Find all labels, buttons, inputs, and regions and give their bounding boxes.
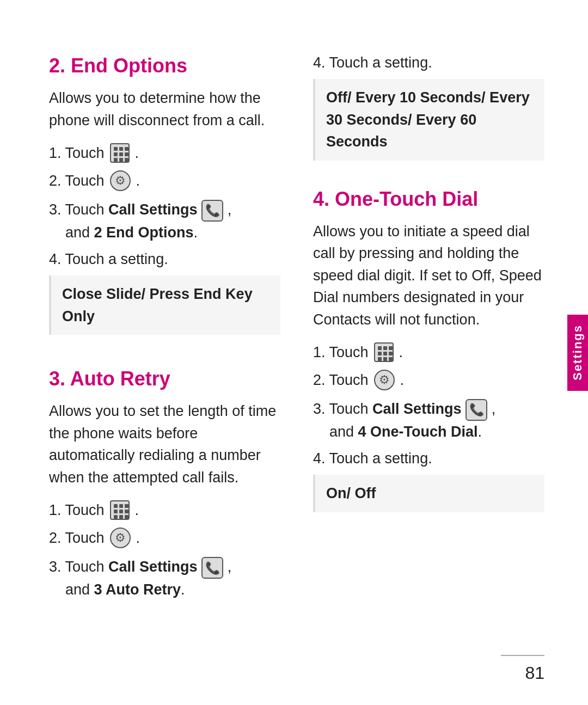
section-3-heading: 3. Auto Retry — [49, 367, 280, 390]
gear-icon-1: ⚙ — [110, 170, 131, 191]
section-end-options: 2. End Options Allows you to determine h… — [49, 54, 280, 346]
apps-icon-2 — [110, 500, 130, 520]
section-auto-retry: 3. Auto Retry Allows you to set the leng… — [49, 367, 280, 608]
page-number: 81 — [525, 663, 544, 683]
section-4-heading: 4. One-Touch Dial — [313, 188, 544, 211]
left-column: 2. End Options Allows you to determine h… — [49, 54, 280, 661]
right-column: 4. Touch a setting. Off/ Every 10 Second… — [313, 54, 544, 661]
gear-icon-3: ⚙ — [374, 370, 395, 390]
step-4-text: 4. Touch a setting. — [313, 54, 432, 71]
gear-icon-2: ⚙ — [110, 528, 131, 548]
settings-sidebar-tab: Settings — [567, 315, 588, 391]
phone-icon-3: 📞 — [465, 399, 487, 421]
section-2-step-4: 4. Touch a setting. — [49, 251, 280, 268]
section-2-desc: Allows you to determine how the phone wi… — [49, 87, 280, 131]
section-2-settings-box: Close Slide/ Press End Key Only — [49, 275, 280, 335]
sidebar-label: Settings — [571, 324, 585, 381]
section-4-step-1: 1. Touch . — [313, 342, 544, 362]
section-3-continued: 4. Touch a setting. Off/ Every 10 Second… — [313, 54, 544, 171]
page-divider — [501, 655, 544, 656]
section-4-step-2: 2. Touch ⚙ . — [313, 370, 544, 390]
section-one-touch-dial: 4. One-Touch Dial Allows you to initiate… — [313, 188, 544, 523]
step-1-prefix: 1. Touch — [49, 145, 105, 162]
section-2-step-3: 3. Touch Call Settings 📞 , and 2 End Opt… — [49, 199, 280, 243]
phone-icon-2: 📞 — [201, 557, 223, 579]
section-4-desc: Allows you to initiate a speed dial call… — [313, 220, 544, 331]
apps-icon-3 — [374, 342, 394, 362]
section-3-step-2: 2. Touch ⚙ . — [49, 528, 280, 548]
phone-icon-1: 📞 — [201, 200, 223, 222]
section-3-step-4: 4. Touch a setting. — [313, 54, 544, 71]
section-4-settings-box: On/ Off — [313, 475, 544, 512]
section-3-desc: Allows you to set the length of time the… — [49, 400, 280, 488]
section-4-step-4: 4. Touch a setting. — [313, 450, 544, 467]
section-3-settings-box: Off/ Every 10 Seconds/ Every 30 Seconds/… — [313, 79, 544, 161]
section-2-step-1: 1. Touch . — [49, 143, 280, 163]
section-3-step-1: 1. Touch . — [49, 500, 280, 520]
step-2-prefix: 2. Touch — [49, 173, 105, 189]
section-4-step-3: 3. Touch Call Settings 📞 , and 4 One-Tou… — [313, 398, 544, 443]
section-3-step-3: 3. Touch Call Settings 📞 , and 3 Auto Re… — [49, 556, 280, 600]
section-2-heading: 2. End Options — [49, 54, 280, 77]
apps-icon-1 — [110, 143, 130, 163]
section-2-step-2: 2. Touch ⚙ . — [49, 170, 280, 191]
